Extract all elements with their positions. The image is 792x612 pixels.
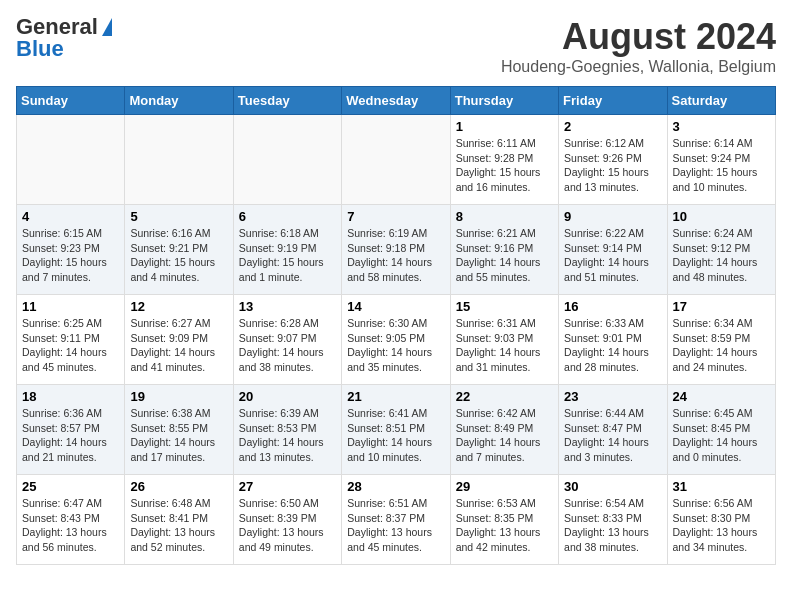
day-number: 1: [456, 119, 553, 134]
calendar-cell: 27Sunrise: 6:50 AM Sunset: 8:39 PM Dayli…: [233, 475, 341, 565]
day-number: 25: [22, 479, 119, 494]
calendar-cell: 14Sunrise: 6:30 AM Sunset: 9:05 PM Dayli…: [342, 295, 450, 385]
calendar-cell: [17, 115, 125, 205]
calendar-cell: 29Sunrise: 6:53 AM Sunset: 8:35 PM Dayli…: [450, 475, 558, 565]
calendar-cell: 5Sunrise: 6:16 AM Sunset: 9:21 PM Daylig…: [125, 205, 233, 295]
calendar-cell: 18Sunrise: 6:36 AM Sunset: 8:57 PM Dayli…: [17, 385, 125, 475]
day-info: Sunrise: 6:54 AM Sunset: 8:33 PM Dayligh…: [564, 496, 661, 555]
day-info: Sunrise: 6:24 AM Sunset: 9:12 PM Dayligh…: [673, 226, 770, 285]
calendar-cell: 8Sunrise: 6:21 AM Sunset: 9:16 PM Daylig…: [450, 205, 558, 295]
day-number: 20: [239, 389, 336, 404]
day-number: 5: [130, 209, 227, 224]
day-info: Sunrise: 6:14 AM Sunset: 9:24 PM Dayligh…: [673, 136, 770, 195]
calendar-cell: 25Sunrise: 6:47 AM Sunset: 8:43 PM Dayli…: [17, 475, 125, 565]
logo-blue-text: Blue: [16, 38, 64, 60]
calendar-cell: 20Sunrise: 6:39 AM Sunset: 8:53 PM Dayli…: [233, 385, 341, 475]
day-number: 27: [239, 479, 336, 494]
day-number: 14: [347, 299, 444, 314]
day-info: Sunrise: 6:53 AM Sunset: 8:35 PM Dayligh…: [456, 496, 553, 555]
day-info: Sunrise: 6:21 AM Sunset: 9:16 PM Dayligh…: [456, 226, 553, 285]
day-number: 13: [239, 299, 336, 314]
calendar-cell: 2Sunrise: 6:12 AM Sunset: 9:26 PM Daylig…: [559, 115, 667, 205]
logo-triangle-icon: [102, 18, 112, 36]
main-title: August 2024: [501, 16, 776, 58]
calendar-cell: 21Sunrise: 6:41 AM Sunset: 8:51 PM Dayli…: [342, 385, 450, 475]
day-number: 22: [456, 389, 553, 404]
calendar-cell: [125, 115, 233, 205]
day-number: 19: [130, 389, 227, 404]
header-tuesday: Tuesday: [233, 87, 341, 115]
day-number: 17: [673, 299, 770, 314]
calendar-cell: [342, 115, 450, 205]
week-row-5: 25Sunrise: 6:47 AM Sunset: 8:43 PM Dayli…: [17, 475, 776, 565]
week-row-3: 11Sunrise: 6:25 AM Sunset: 9:11 PM Dayli…: [17, 295, 776, 385]
header-monday: Monday: [125, 87, 233, 115]
day-info: Sunrise: 6:36 AM Sunset: 8:57 PM Dayligh…: [22, 406, 119, 465]
day-info: Sunrise: 6:42 AM Sunset: 8:49 PM Dayligh…: [456, 406, 553, 465]
header-sunday: Sunday: [17, 87, 125, 115]
calendar-cell: 13Sunrise: 6:28 AM Sunset: 9:07 PM Dayli…: [233, 295, 341, 385]
day-info: Sunrise: 6:27 AM Sunset: 9:09 PM Dayligh…: [130, 316, 227, 375]
calendar-cell: 26Sunrise: 6:48 AM Sunset: 8:41 PM Dayli…: [125, 475, 233, 565]
day-info: Sunrise: 6:18 AM Sunset: 9:19 PM Dayligh…: [239, 226, 336, 285]
day-info: Sunrise: 6:50 AM Sunset: 8:39 PM Dayligh…: [239, 496, 336, 555]
calendar-cell: 3Sunrise: 6:14 AM Sunset: 9:24 PM Daylig…: [667, 115, 775, 205]
day-info: Sunrise: 6:16 AM Sunset: 9:21 PM Dayligh…: [130, 226, 227, 285]
subtitle: Houdeng-Goegnies, Wallonia, Belgium: [501, 58, 776, 76]
day-info: Sunrise: 6:56 AM Sunset: 8:30 PM Dayligh…: [673, 496, 770, 555]
calendar-cell: 11Sunrise: 6:25 AM Sunset: 9:11 PM Dayli…: [17, 295, 125, 385]
day-info: Sunrise: 6:25 AM Sunset: 9:11 PM Dayligh…: [22, 316, 119, 375]
calendar-cell: 9Sunrise: 6:22 AM Sunset: 9:14 PM Daylig…: [559, 205, 667, 295]
day-info: Sunrise: 6:45 AM Sunset: 8:45 PM Dayligh…: [673, 406, 770, 465]
header-friday: Friday: [559, 87, 667, 115]
day-info: Sunrise: 6:11 AM Sunset: 9:28 PM Dayligh…: [456, 136, 553, 195]
day-info: Sunrise: 6:51 AM Sunset: 8:37 PM Dayligh…: [347, 496, 444, 555]
day-number: 30: [564, 479, 661, 494]
calendar-cell: 24Sunrise: 6:45 AM Sunset: 8:45 PM Dayli…: [667, 385, 775, 475]
day-number: 24: [673, 389, 770, 404]
day-info: Sunrise: 6:28 AM Sunset: 9:07 PM Dayligh…: [239, 316, 336, 375]
day-info: Sunrise: 6:48 AM Sunset: 8:41 PM Dayligh…: [130, 496, 227, 555]
day-number: 21: [347, 389, 444, 404]
day-number: 16: [564, 299, 661, 314]
calendar-cell: 4Sunrise: 6:15 AM Sunset: 9:23 PM Daylig…: [17, 205, 125, 295]
day-number: 3: [673, 119, 770, 134]
title-area: August 2024 Houdeng-Goegnies, Wallonia, …: [501, 16, 776, 76]
week-row-2: 4Sunrise: 6:15 AM Sunset: 9:23 PM Daylig…: [17, 205, 776, 295]
day-info: Sunrise: 6:39 AM Sunset: 8:53 PM Dayligh…: [239, 406, 336, 465]
header: General Blue August 2024 Houdeng-Goegnie…: [16, 16, 776, 76]
day-info: Sunrise: 6:33 AM Sunset: 9:01 PM Dayligh…: [564, 316, 661, 375]
calendar-cell: 23Sunrise: 6:44 AM Sunset: 8:47 PM Dayli…: [559, 385, 667, 475]
header-saturday: Saturday: [667, 87, 775, 115]
day-info: Sunrise: 6:38 AM Sunset: 8:55 PM Dayligh…: [130, 406, 227, 465]
day-info: Sunrise: 6:19 AM Sunset: 9:18 PM Dayligh…: [347, 226, 444, 285]
day-number: 11: [22, 299, 119, 314]
day-info: Sunrise: 6:47 AM Sunset: 8:43 PM Dayligh…: [22, 496, 119, 555]
calendar-cell: 28Sunrise: 6:51 AM Sunset: 8:37 PM Dayli…: [342, 475, 450, 565]
day-number: 9: [564, 209, 661, 224]
day-number: 26: [130, 479, 227, 494]
day-number: 4: [22, 209, 119, 224]
day-info: Sunrise: 6:41 AM Sunset: 8:51 PM Dayligh…: [347, 406, 444, 465]
calendar-cell: [233, 115, 341, 205]
calendar-cell: 16Sunrise: 6:33 AM Sunset: 9:01 PM Dayli…: [559, 295, 667, 385]
calendar-table: SundayMondayTuesdayWednesdayThursdayFrid…: [16, 86, 776, 565]
day-number: 31: [673, 479, 770, 494]
day-number: 29: [456, 479, 553, 494]
day-number: 10: [673, 209, 770, 224]
week-row-4: 18Sunrise: 6:36 AM Sunset: 8:57 PM Dayli…: [17, 385, 776, 475]
day-info: Sunrise: 6:22 AM Sunset: 9:14 PM Dayligh…: [564, 226, 661, 285]
calendar-cell: 22Sunrise: 6:42 AM Sunset: 8:49 PM Dayli…: [450, 385, 558, 475]
day-number: 2: [564, 119, 661, 134]
calendar-cell: 31Sunrise: 6:56 AM Sunset: 8:30 PM Dayli…: [667, 475, 775, 565]
day-number: 6: [239, 209, 336, 224]
week-row-1: 1Sunrise: 6:11 AM Sunset: 9:28 PM Daylig…: [17, 115, 776, 205]
calendar-cell: 10Sunrise: 6:24 AM Sunset: 9:12 PM Dayli…: [667, 205, 775, 295]
day-info: Sunrise: 6:44 AM Sunset: 8:47 PM Dayligh…: [564, 406, 661, 465]
day-number: 7: [347, 209, 444, 224]
calendar-cell: 12Sunrise: 6:27 AM Sunset: 9:09 PM Dayli…: [125, 295, 233, 385]
calendar-cell: 6Sunrise: 6:18 AM Sunset: 9:19 PM Daylig…: [233, 205, 341, 295]
day-number: 23: [564, 389, 661, 404]
day-number: 12: [130, 299, 227, 314]
header-wednesday: Wednesday: [342, 87, 450, 115]
